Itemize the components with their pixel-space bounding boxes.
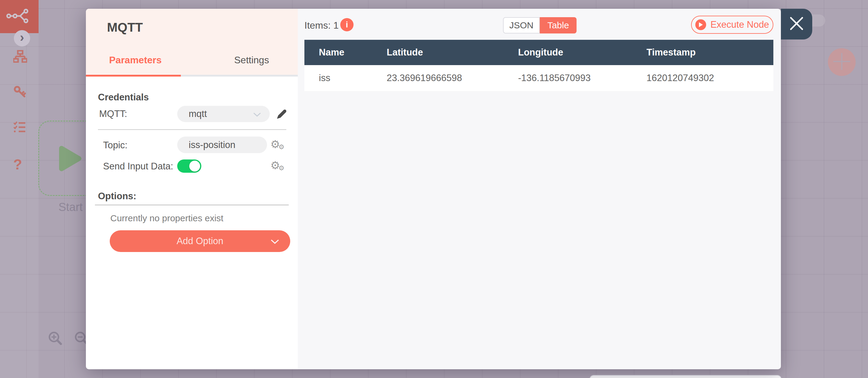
credential-mqtt-label: MQTT: xyxy=(99,108,127,119)
send-input-data-options-button[interactable]: ⚙ ⚙ xyxy=(270,159,285,173)
column-header: Longitude xyxy=(504,40,632,65)
node-parameters-panel: MQTT Parameters Settings Credentials MQT… xyxy=(86,9,298,369)
table-cell: iss xyxy=(304,65,372,91)
table-cell: 1620120749302 xyxy=(632,65,773,91)
zoom-in-icon xyxy=(47,343,64,348)
add-option-label: Add Option xyxy=(177,236,223,247)
sidebar-item-executions[interactable] xyxy=(13,121,26,134)
results-table-header: Name Latitude Longitude Timestamp xyxy=(304,40,773,65)
items-count: Items: 1 xyxy=(304,20,339,31)
execute-node-label: Execute Node xyxy=(710,19,769,30)
table-cell: -136.1185670993 xyxy=(504,65,632,91)
n8n-logo[interactable] xyxy=(0,0,38,33)
column-header: Timestamp xyxy=(632,40,773,65)
checklist-icon xyxy=(13,129,26,134)
topic-options-button[interactable]: ⚙ ⚙ xyxy=(270,138,285,152)
n8n-logo-icon xyxy=(6,8,32,25)
start-node-play-icon xyxy=(58,145,82,174)
send-input-data-label: Send Input Data: xyxy=(103,161,173,172)
play-circle-icon xyxy=(695,19,706,30)
key-icon xyxy=(13,94,26,99)
add-option-button[interactable]: Add Option xyxy=(110,230,290,252)
tab-settings[interactable]: Settings xyxy=(234,55,269,66)
table-row: iss 23.369619666598 -136.1185670993 1620… xyxy=(304,65,773,91)
options-divider xyxy=(95,205,289,205)
tab-parameters[interactable]: Parameters xyxy=(109,55,161,66)
sidebar-item-workflows[interactable] xyxy=(13,50,27,64)
execute-node-button[interactable]: Execute Node xyxy=(691,16,773,34)
view-mode-json[interactable]: JSON xyxy=(503,17,540,33)
chevron-right-icon: › xyxy=(20,31,24,44)
send-input-data-toggle[interactable] xyxy=(177,159,201,173)
options-heading: Options: xyxy=(98,191,136,202)
notification-toast xyxy=(590,375,781,378)
table-cell: 23.369619666598 xyxy=(372,65,504,91)
topic-label: Topic: xyxy=(103,140,127,151)
section-divider xyxy=(98,129,286,130)
zoom-in-button[interactable] xyxy=(47,330,64,348)
gear-small-icon: ⚙ xyxy=(278,144,284,150)
column-header: Name xyxy=(304,40,372,65)
toggle-knob xyxy=(189,161,200,171)
gear-small-icon: ⚙ xyxy=(278,165,284,171)
sidebar-item-credentials[interactable] xyxy=(13,85,26,99)
workflow-icon xyxy=(13,59,27,64)
close-icon xyxy=(789,17,804,32)
topic-input-value: iss-position xyxy=(189,139,236,150)
tab-active-indicator xyxy=(86,75,181,76)
edit-credential-button[interactable] xyxy=(276,108,287,120)
node-title: MQTT xyxy=(107,20,143,35)
chevron-down-icon xyxy=(253,108,261,119)
info-glyph: i xyxy=(346,20,348,30)
credential-select-value: mqtt xyxy=(189,108,207,119)
pencil-icon xyxy=(276,116,287,121)
add-node-button[interactable] xyxy=(828,48,856,76)
question-mark-icon: ? xyxy=(13,156,22,172)
sidebar-expand-button[interactable]: › xyxy=(14,30,30,46)
options-empty-message: Currently no properties exist xyxy=(110,213,223,223)
column-header: Latitude xyxy=(372,40,504,65)
results-table: Name Latitude Longitude Timestamp iss 23… xyxy=(304,40,773,91)
sidebar-item-help[interactable]: ? xyxy=(13,156,22,173)
plus-icon xyxy=(833,53,851,72)
node-settings-modal: MQTT Parameters Settings Credentials MQT… xyxy=(86,9,781,369)
credential-select[interactable]: mqtt xyxy=(177,106,270,122)
view-mode-table[interactable]: Table xyxy=(540,17,577,33)
chevron-down-icon xyxy=(270,236,279,247)
topic-input[interactable]: iss-position xyxy=(177,136,267,153)
node-results-panel: Items: 1 i JSON Table Execute Node Name … xyxy=(298,9,781,369)
info-icon[interactable]: i xyxy=(340,18,353,31)
view-mode-toggle: JSON Table xyxy=(503,17,577,33)
close-modal-button[interactable] xyxy=(781,9,812,39)
credentials-heading: Credentials xyxy=(98,92,149,103)
